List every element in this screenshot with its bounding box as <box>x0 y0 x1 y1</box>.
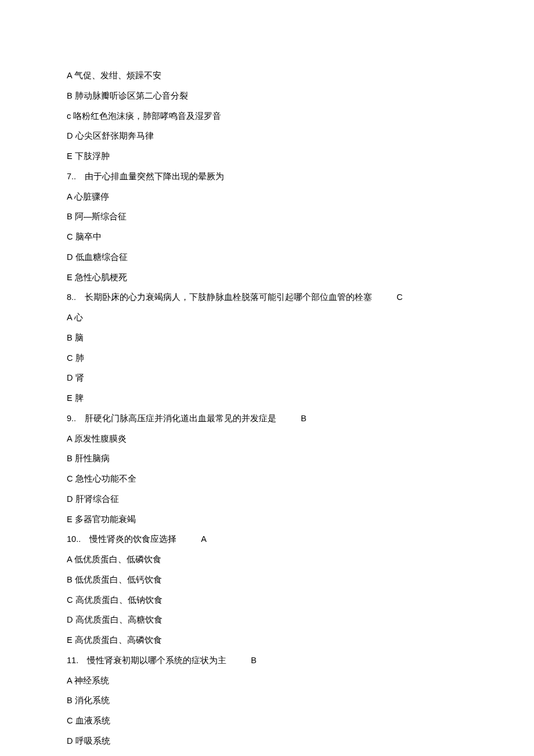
line-text: C 血液系统 <box>67 716 110 725</box>
text-line: A 气促、发绀、烦躁不安 <box>67 70 467 82</box>
line-text: C 脑卒中 <box>67 232 102 241</box>
text-line: C 急性心功能不全 <box>67 473 467 486</box>
text-line: C 血液系统 <box>67 715 467 728</box>
line-text: B 低优质蛋白、低钙饮食 <box>67 575 162 584</box>
text-line: D 呼吸系统 <box>67 735 467 748</box>
text-line: B 脑 <box>67 332 467 345</box>
answer-letter: B <box>251 656 257 665</box>
text-line: A 低优质蛋白、低磷饮食 <box>67 554 467 566</box>
answer-letter: A <box>201 534 207 544</box>
line-text: D 呼吸系统 <box>67 736 110 746</box>
text-line: B 阿—斯综合征 <box>67 211 467 223</box>
text-line: D 低血糖综合征 <box>67 251 467 264</box>
text-line: E 高优质蛋白、高磷饮食 <box>67 634 467 647</box>
line-text: B 脑 <box>67 333 84 342</box>
text-line: C 肺 <box>67 352 467 365</box>
line-text: B 消化系统 <box>67 696 110 705</box>
document-page: A 气促、发绀、烦躁不安B 肺动脉瓣听诊区第二心音分裂c 咯粉红色泡沫痰，肺部哮… <box>0 0 534 756</box>
text-line: C 脑卒中 <box>67 231 467 244</box>
text-line: B 肺动脉瓣听诊区第二心音分裂 <box>67 90 467 103</box>
line-text: E 脾 <box>67 393 84 403</box>
line-text: D 心尖区舒张期奔马律 <box>67 131 154 140</box>
text-line: 8.. 长期卧床的心力衰竭病人，下肢静脉血栓脱落可能引起哪个部位血管的栓塞C <box>67 291 467 304</box>
line-text: 10.. 慢性肾炎的饮食应选择 <box>67 534 176 544</box>
line-text: 11. 慢性肾衰初期以哪个系统的症状为主 <box>67 656 226 665</box>
line-text: C 高优质蛋白、低钠饮食 <box>67 595 163 605</box>
text-line: D 高优质蛋白、高糖饮食 <box>67 614 467 627</box>
text-line: A 心 <box>67 312 467 324</box>
line-text: E 高优质蛋白、高磷饮食 <box>67 635 162 645</box>
text-line: E 急性心肌梗死 <box>67 272 467 284</box>
text-line: B 低优质蛋白、低钙饮食 <box>67 574 467 587</box>
text-line: c 咯粉红色泡沫痰，肺部哮鸣音及湿罗音 <box>67 110 467 123</box>
line-text: D 高优质蛋白、高糖饮食 <box>67 615 163 624</box>
line-text: A 心脏骤停 <box>67 192 109 201</box>
text-line: A 神经系统 <box>67 675 467 688</box>
text-line: 9.. 肝硬化门脉高压症并消化道出血最常见的并发症是B <box>67 413 467 425</box>
answer-letter: B <box>301 414 306 423</box>
text-line: D 肝肾综合征 <box>67 493 467 506</box>
line-text: D 低血糖综合征 <box>67 252 128 262</box>
line-text: A 气促、发绀、烦躁不安 <box>67 71 161 80</box>
line-text: D 肾 <box>67 373 84 382</box>
answer-letter: C <box>396 292 402 302</box>
line-text: c 咯粉红色泡沫痰，肺部哮鸣音及湿罗音 <box>67 111 221 121</box>
line-text: B 阿—斯综合征 <box>67 212 127 221</box>
line-text: C 肺 <box>67 353 84 363</box>
line-text: D 肝肾综合征 <box>67 494 119 504</box>
text-line: A 原发性腹膜炎 <box>67 433 467 446</box>
text-line: 7.. 由于心排血量突然下降出现的晕厥为 <box>67 171 467 183</box>
line-text: A 原发性腹膜炎 <box>67 434 127 443</box>
line-text: E 下肢浮肿 <box>67 151 110 161</box>
text-line: E 脾 <box>67 392 467 405</box>
text-line: D 心尖区舒张期奔马律 <box>67 130 467 143</box>
text-line: B 肝性脑病 <box>67 453 467 465</box>
text-line: A 心脏骤停 <box>67 191 467 204</box>
line-text: 7.. 由于心排血量突然下降出现的晕厥为 <box>67 172 224 181</box>
line-text: A 低优质蛋白、低磷饮食 <box>67 555 161 564</box>
text-line: 11. 慢性肾衰初期以哪个系统的症状为主B <box>67 654 467 667</box>
line-text: E 急性心肌梗死 <box>67 273 127 282</box>
line-text: A 心 <box>67 313 83 322</box>
text-line: B 消化系统 <box>67 694 467 707</box>
line-text: 8.. 长期卧床的心力衰竭病人，下肢静脉血栓脱落可能引起哪个部位血管的栓塞 <box>67 292 372 302</box>
line-text: B 肺动脉瓣听诊区第二心音分裂 <box>67 91 188 100</box>
line-text: E 多器官功能衰竭 <box>67 515 136 524</box>
line-text: 9.. 肝硬化门脉高压症并消化道出血最常见的并发症是 <box>67 414 276 423</box>
line-text: B 肝性脑病 <box>67 454 110 463</box>
line-text: C 急性心功能不全 <box>67 474 136 483</box>
line-text: A 神经系统 <box>67 676 109 685</box>
text-line: 10.. 慢性肾炎的饮食应选择A <box>67 533 467 546</box>
text-line: D 肾 <box>67 372 467 385</box>
text-line: E 多器官功能衰竭 <box>67 513 467 526</box>
text-line: E 下肢浮肿 <box>67 150 467 163</box>
text-line: C 高优质蛋白、低钠饮食 <box>67 594 467 607</box>
